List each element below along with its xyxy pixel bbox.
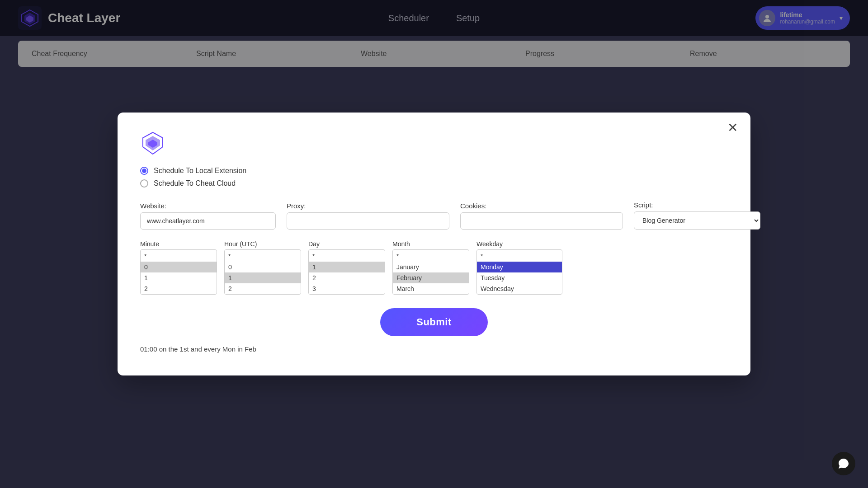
scheduler-row: Minute * 0 1 2 3 Hour (UTC) * <box>140 240 728 295</box>
list-item[interactable]: * <box>309 251 385 262</box>
proxy-input[interactable] <box>287 212 449 230</box>
day-col: Day * 1 2 3 4 <box>308 240 385 295</box>
form-row-inputs: Website: Proxy: Cookies: Script: Blog Ge… <box>140 201 728 230</box>
list-item[interactable]: February <box>393 272 469 283</box>
radio-dot-cloud <box>140 179 148 188</box>
weekday-listbox-container: * Monday Tuesday Wednesday Thursday <box>476 249 562 295</box>
proxy-group: Proxy: <box>287 202 449 230</box>
list-item[interactable]: * <box>141 251 217 262</box>
month-col: Month * January February March April <box>392 240 469 295</box>
modal-logo-icon <box>140 131 165 156</box>
month-label: Month <box>392 240 469 248</box>
weekday-label: Weekday <box>476 240 562 248</box>
weekday-listbox[interactable]: * Monday Tuesday Wednesday Thursday <box>477 250 562 294</box>
radio-cloud-label: Schedule To Cheat Cloud <box>154 179 236 188</box>
hour-listbox[interactable]: * 0 1 2 3 <box>225 250 301 294</box>
radio-local-extension[interactable]: Schedule To Local Extension <box>140 167 728 175</box>
hour-listbox-container: * 0 1 2 3 <box>224 249 301 295</box>
list-item[interactable]: March <box>393 283 469 294</box>
day-label: Day <box>308 240 385 248</box>
minute-listbox[interactable]: * 0 1 2 3 <box>141 250 217 294</box>
submit-row: Submit <box>140 308 728 336</box>
list-item[interactable]: 1 <box>309 262 385 272</box>
list-item[interactable]: 1 <box>225 272 301 283</box>
scheduler-modal: ✕ Schedule To Local Extension Schedule T… <box>118 113 750 375</box>
list-item[interactable]: 3 <box>309 283 385 294</box>
hour-label: Hour (UTC) <box>224 240 301 248</box>
radio-dot-local <box>140 167 148 175</box>
website-group: Website: <box>140 202 276 230</box>
day-listbox[interactable]: * 1 2 3 4 <box>309 250 385 294</box>
minute-listbox-container: * 0 1 2 3 <box>140 249 217 295</box>
minute-label: Minute <box>140 240 217 248</box>
cookies-label: Cookies: <box>460 202 623 210</box>
day-listbox-container: * 1 2 3 4 <box>308 249 385 295</box>
cron-description: 01:00 on the 1st and every Mon in Feb <box>140 345 728 353</box>
list-item[interactable]: 0 <box>225 262 301 272</box>
minute-col: Minute * 0 1 2 3 <box>140 240 217 295</box>
close-button[interactable]: ✕ <box>727 122 738 134</box>
list-item[interactable]: 1 <box>141 272 217 283</box>
radio-cheat-cloud[interactable]: Schedule To Cheat Cloud <box>140 179 728 188</box>
list-item[interactable]: * <box>225 251 301 262</box>
cookies-group: Cookies: <box>460 202 623 230</box>
website-label: Website: <box>140 202 276 210</box>
proxy-label: Proxy: <box>287 202 449 210</box>
radio-local-label: Schedule To Local Extension <box>154 167 246 175</box>
list-item[interactable]: 0 <box>141 262 217 272</box>
submit-button[interactable]: Submit <box>380 308 488 336</box>
list-item[interactable]: Monday <box>477 262 562 272</box>
weekday-col: Weekday * Monday Tuesday Wednesday Thurs… <box>476 240 562 295</box>
script-group: Script: Blog Generator Email Scraper Lin… <box>634 201 760 230</box>
list-item[interactable]: Wednesday <box>477 283 562 294</box>
cookies-input[interactable] <box>460 212 623 230</box>
script-select[interactable]: Blog Generator Email Scraper LinkedIn Sc… <box>634 211 760 230</box>
month-listbox[interactable]: * January February March April <box>393 250 469 294</box>
modal-overlay: ✕ Schedule To Local Extension Schedule T… <box>0 0 868 488</box>
list-item[interactable]: 2 <box>309 272 385 283</box>
list-item[interactable]: Tuesday <box>477 272 562 283</box>
chat-support-button[interactable] <box>832 452 855 475</box>
schedule-type-group: Schedule To Local Extension Schedule To … <box>140 167 728 188</box>
month-listbox-container: * January February March April <box>392 249 469 295</box>
list-item[interactable]: * <box>393 251 469 262</box>
list-item[interactable]: * <box>477 251 562 262</box>
script-label: Script: <box>634 201 760 209</box>
list-item[interactable]: 2 <box>141 283 217 294</box>
hour-col: Hour (UTC) * 0 1 2 3 <box>224 240 301 295</box>
website-input[interactable] <box>140 212 276 230</box>
list-item[interactable]: 2 <box>225 283 301 294</box>
list-item[interactable]: January <box>393 262 469 272</box>
